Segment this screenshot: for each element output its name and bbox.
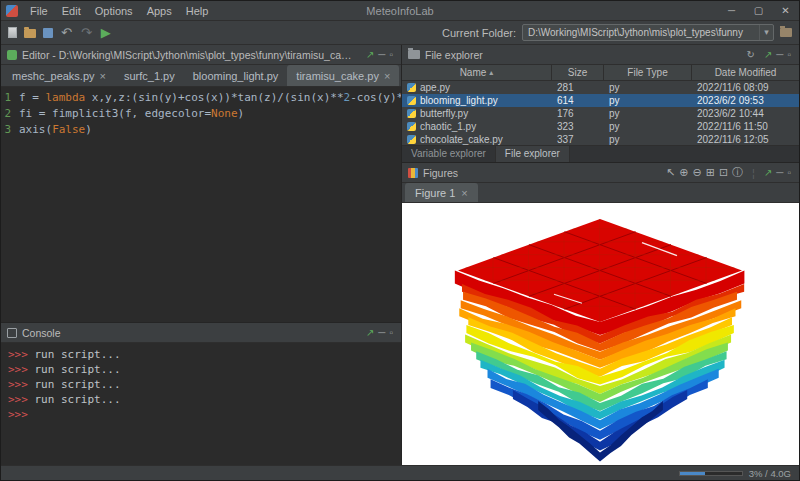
file-name-cell: blooming_light.py: [402, 95, 552, 106]
menu-bar: FileEditOptionsAppsHelp: [23, 3, 215, 19]
python-file-icon: [407, 109, 416, 118]
console-panel: Console ↗─▫ >>> run script...>>> run scr…: [1, 323, 401, 465]
file-name: blooming_light.py: [420, 95, 498, 106]
figure-tools: ↖⊕⊖⊞⊡ⓘ: [664, 165, 745, 180]
float-panel-icon[interactable]: ↗: [364, 49, 376, 60]
code-text: f = lambda x,y,z:(sin(y)+cos(x))*tan(z)/…: [19, 90, 401, 106]
figures-header: Figures ↖⊕⊖⊞⊡ⓘ ¦ ↗─▫: [402, 163, 799, 183]
editor-panel-buttons: ↗─▫: [364, 49, 395, 60]
select-arrow-icon[interactable]: ↖: [664, 166, 677, 179]
menu-options[interactable]: Options: [88, 3, 140, 19]
tab-label: meshc_peaks.py: [12, 70, 95, 82]
maximize-panel-icon[interactable]: ▫: [785, 167, 793, 178]
column-header-size[interactable]: Size: [552, 65, 604, 80]
save-icon[interactable]: [43, 28, 53, 38]
maximize-button[interactable]: ▢: [745, 1, 772, 20]
close-figure-icon[interactable]: ×: [461, 187, 467, 199]
minimize-panel-icon[interactable]: ─: [774, 167, 785, 178]
file-explorer-panel: File explorer ↻ ↗─▫ Name▴SizeFile TypeDa…: [402, 45, 799, 163]
editor-tab-meshc_peaks.py[interactable]: meshc_peaks.py×: [3, 65, 115, 86]
info-icon[interactable]: ⓘ: [730, 165, 745, 180]
minimize-button[interactable]: ─: [718, 1, 745, 20]
editor-header: Editor - D:\Working\MIScript\Jython\mis\…: [1, 45, 401, 65]
console-prompt: >>>: [8, 408, 28, 421]
maximize-panel-icon[interactable]: ▫: [387, 49, 395, 60]
column-header-file-type[interactable]: File Type: [604, 65, 692, 80]
minimize-panel-icon[interactable]: ─: [376, 49, 387, 60]
undo-icon[interactable]: ↶: [60, 26, 73, 39]
tab-label: surfc_1.py: [124, 70, 175, 82]
current-folder-group: Current Folder: D:\Working\MIScript\Jyth…: [442, 24, 792, 41]
memory-progress-bar: [679, 471, 743, 476]
maximize-panel-icon[interactable]: ▫: [387, 327, 395, 338]
file-row-ape.py[interactable]: ape.py281py2022/11/6 08:09: [402, 81, 799, 94]
view-tab-variable-explorer[interactable]: Variable explorer: [402, 146, 496, 162]
close-tab-icon[interactable]: ×: [384, 70, 390, 82]
float-panel-icon[interactable]: ↗: [762, 167, 774, 178]
memory-progress-fill: [680, 472, 705, 475]
file-row-chocolate_cake.py[interactable]: chocolate_cake.py337py2022/11/6 12:05: [402, 133, 799, 145]
editor-tab-blooming_light.py[interactable]: blooming_light.py: [184, 65, 288, 86]
menu-edit[interactable]: Edit: [55, 3, 88, 19]
menu-help[interactable]: Help: [179, 3, 216, 19]
file-name: chaotic_1.py: [420, 121, 476, 132]
editor-tab-surfc_1.py[interactable]: surfc_1.py: [115, 65, 184, 86]
code-area[interactable]: 1f = lambda x,y,z:(sin(y)+cos(x))*tan(z)…: [1, 87, 401, 322]
meteoinfolab-window: FileEditOptionsAppsHelp MeteoInfoLab ─▢✕…: [0, 0, 800, 481]
minimize-panel-icon[interactable]: ─: [774, 49, 785, 60]
current-folder-label: Current Folder:: [442, 27, 516, 39]
right-column: File explorer ↻ ↗─▫ Name▴SizeFile TypeDa…: [402, 45, 799, 465]
zoom-out-icon[interactable]: ⊖: [690, 166, 703, 179]
figure-tab[interactable]: Figure 1 ×: [405, 183, 478, 202]
console-line: >>> run script...: [8, 377, 394, 392]
browse-folder-icon[interactable]: [780, 28, 792, 37]
file-name: butterfly.py: [420, 108, 468, 119]
maximize-panel-icon[interactable]: ▫: [785, 49, 793, 60]
file-type-cell: py: [604, 108, 692, 119]
code-line: 2fi = fimplicit3(f, edgecolor=None): [1, 106, 401, 122]
current-folder-combobox[interactable]: D:\Working\MIScript\Jython\mis\plot_type…: [522, 24, 774, 41]
refresh-icon[interactable]: ↻: [745, 49, 757, 60]
console-line-text: run script...: [28, 363, 121, 376]
float-panel-icon[interactable]: ↗: [364, 327, 376, 338]
file-explorer-icon: [408, 50, 420, 59]
close-tab-icon[interactable]: ×: [100, 70, 106, 82]
figure-tab-label: Figure 1: [415, 187, 455, 199]
column-header-date-modified[interactable]: Date Modified: [692, 65, 799, 80]
minimize-panel-icon[interactable]: ─: [376, 327, 387, 338]
column-header-name[interactable]: Name▴: [402, 65, 552, 80]
run-script-icon[interactable]: ▶: [100, 26, 112, 39]
main-area: Editor - D:\Working\MIScript\Jython\mis\…: [1, 45, 799, 465]
figures-title: Figures: [423, 167, 458, 179]
console-prompt: >>>: [8, 378, 28, 391]
file-row-butterfly.py[interactable]: butterfly.py176py2023/6/2 10:44: [402, 107, 799, 120]
figure-canvas[interactable]: [402, 203, 799, 465]
menu-apps[interactable]: Apps: [140, 3, 179, 19]
console-title: Console: [22, 327, 61, 339]
editor-tab-tiramisu_cake.py[interactable]: tiramisu_cake.py×: [287, 65, 399, 86]
file-name-cell: chocolate_cake.py: [402, 134, 552, 145]
new-file-icon[interactable]: [8, 27, 17, 38]
print-icon[interactable]: ⊡: [717, 166, 730, 179]
pan-icon[interactable]: ⊞: [704, 166, 717, 179]
title-bar: FileEditOptionsAppsHelp MeteoInfoLab ─▢✕: [1, 1, 799, 21]
redo-icon[interactable]: ↷: [80, 26, 93, 39]
file-row-blooming_light.py[interactable]: blooming_light.py614py2023/6/2 09:53: [402, 94, 799, 107]
file-modified-cell: 2022/11/6 12:05: [692, 134, 799, 145]
open-file-icon[interactable]: [24, 29, 36, 38]
chevron-down-icon[interactable]: ▾: [759, 25, 773, 40]
console-output[interactable]: >>> run script...>>> run script...>>> ru…: [1, 343, 401, 465]
file-type-cell: py: [604, 95, 692, 106]
figures-panel: Figures ↖⊕⊖⊞⊡ⓘ ¦ ↗─▫ Figure 1 ×: [402, 163, 799, 465]
file-row-chaotic_1.py[interactable]: chaotic_1.py323py2022/11/6 11:50: [402, 120, 799, 133]
code-line: 3axis(False): [1, 122, 401, 138]
float-panel-icon[interactable]: ↗: [762, 49, 774, 60]
zoom-in-icon[interactable]: ⊕: [677, 166, 690, 179]
view-tab-file-explorer[interactable]: File explorer: [496, 146, 570, 162]
menu-file[interactable]: File: [23, 3, 55, 19]
console-line: >>> run script...: [8, 347, 394, 362]
file-explorer-panel-buttons: ↗─▫: [762, 49, 793, 60]
file-name: ape.py: [420, 82, 450, 93]
close-button[interactable]: ✕: [772, 1, 799, 20]
file-modified-cell: 2023/6/2 09:53: [692, 95, 799, 106]
